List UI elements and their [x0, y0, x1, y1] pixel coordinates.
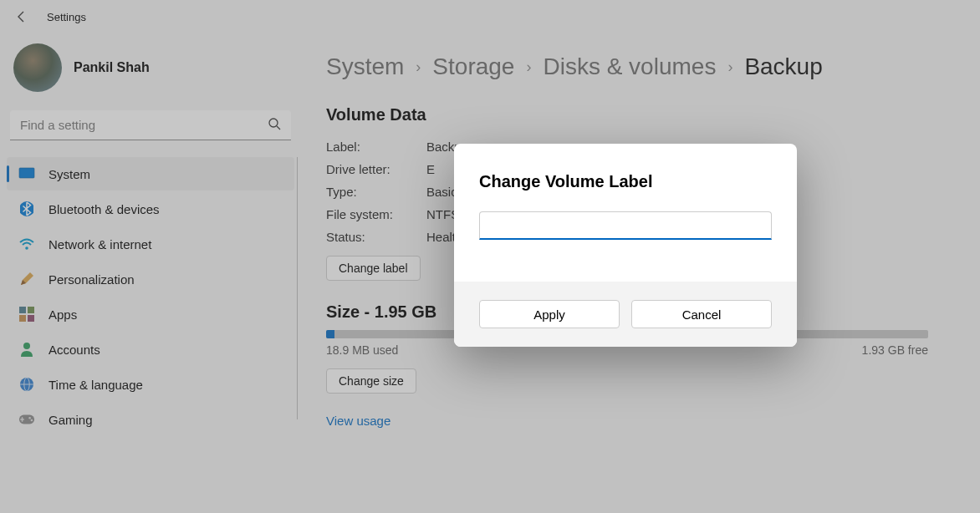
svg-rect-9 — [28, 315, 34, 322]
sidebar-item-accounts[interactable]: Accounts — [7, 333, 294, 366]
breadcrumb-item-system[interactable]: System — [326, 53, 404, 80]
search-input[interactable] — [10, 110, 291, 140]
size-used-label: 18.9 MB used — [326, 343, 398, 357]
back-button[interactable] — [13, 8, 30, 25]
sidebar-item-label: Gaming — [48, 413, 93, 427]
sidebar-item-bluetooth-devices[interactable]: Bluetooth & devices — [7, 192, 294, 226]
brush-icon — [18, 271, 35, 287]
svg-point-5 — [25, 246, 28, 250]
svg-rect-6 — [19, 307, 26, 313]
change-label-button[interactable]: Change label — [326, 256, 421, 281]
user-name: Pankil Shah — [74, 60, 150, 75]
svg-point-15 — [28, 417, 31, 419]
svg-line-1 — [277, 126, 280, 130]
sidebar-item-label: Network & internet — [48, 237, 151, 251]
app-title: Settings — [47, 11, 86, 23]
sidebar-item-label: Personalization — [48, 272, 135, 287]
change-size-button[interactable]: Change size — [326, 368, 416, 394]
game-icon — [18, 411, 35, 428]
search-icon — [268, 117, 281, 134]
sidebar-item-label: Bluetooth & devices — [48, 202, 160, 216]
sidebar-item-label: System — [48, 167, 90, 181]
avatar — [13, 43, 62, 92]
svg-rect-2 — [19, 168, 34, 178]
svg-point-0 — [269, 119, 278, 127]
breadcrumb: System›Storage›Disks & volumes›Backup — [326, 53, 955, 80]
profile-block[interactable]: Pankil Shah — [3, 33, 298, 105]
view-usage-link[interactable]: View usage — [326, 414, 390, 428]
svg-point-16 — [31, 419, 33, 422]
field-key: Status: — [326, 230, 426, 244]
chevron-right-icon: › — [526, 58, 531, 76]
change-volume-label-dialog: Change Volume Label Apply Cancel — [454, 144, 797, 347]
volume-section-title: Volume Data — [326, 105, 955, 124]
system-icon — [18, 165, 35, 182]
sidebar-item-label: Apps — [48, 307, 77, 322]
person-icon — [18, 341, 35, 358]
sidebar-item-network-internet[interactable]: Network & internet — [7, 227, 294, 261]
globe-icon — [18, 376, 35, 393]
cancel-button[interactable]: Cancel — [631, 300, 772, 328]
field-key: Label: — [326, 140, 426, 154]
sidebar-nav: SystemBluetooth & devicesNetwork & inter… — [3, 157, 298, 436]
field-key: Drive letter: — [326, 162, 426, 176]
sidebar-item-personalization[interactable]: Personalization — [7, 262, 294, 296]
svg-rect-7 — [28, 307, 34, 313]
field-key: File system: — [326, 207, 426, 221]
svg-rect-8 — [19, 315, 26, 322]
sidebar-item-system[interactable]: System — [7, 157, 294, 190]
size-free-label: 1.93 GB free — [862, 343, 928, 357]
dialog-title: Change Volume Label — [479, 172, 772, 191]
breadcrumb-item-disks-volumes[interactable]: Disks & volumes — [543, 53, 716, 80]
breadcrumb-item-backup: Backup — [744, 53, 822, 80]
chevron-right-icon: › — [416, 58, 421, 76]
sidebar-item-time-language[interactable]: Time & language — [7, 368, 294, 401]
sidebar-item-apps[interactable]: Apps — [7, 297, 294, 331]
field-key: Type: — [326, 185, 426, 199]
sidebar-item-label: Accounts — [48, 343, 100, 357]
apply-button[interactable]: Apply — [479, 300, 620, 328]
volume-label-input[interactable] — [479, 211, 772, 240]
sidebar-item-label: Time & language — [48, 378, 143, 392]
apps-icon — [18, 306, 35, 323]
wifi-icon — [18, 236, 35, 252]
chevron-right-icon: › — [727, 58, 732, 76]
bluetooth-icon — [18, 201, 35, 217]
svg-point-10 — [23, 343, 30, 349]
breadcrumb-item-storage[interactable]: Storage — [432, 53, 514, 80]
sidebar-item-gaming[interactable]: Gaming — [7, 403, 294, 436]
